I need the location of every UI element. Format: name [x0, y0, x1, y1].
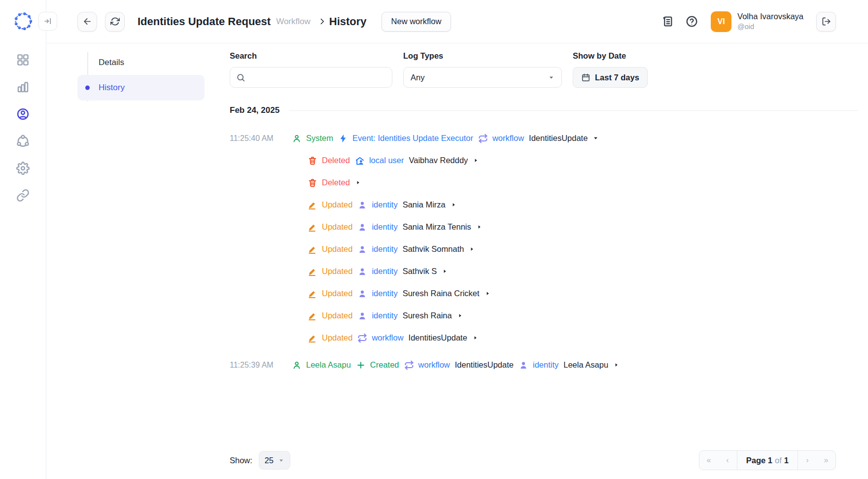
pencil-icon [308, 311, 317, 321]
workflow-icon [478, 134, 488, 143]
sidebar-item-user-circle[interactable] [11, 103, 35, 127]
log-text: Sathvik Somnath [403, 244, 464, 254]
log-text[interactable]: identity [372, 222, 397, 232]
help-button[interactable] [686, 15, 698, 28]
user-handle: @oid [737, 23, 803, 31]
subnav-item-label: Details [99, 58, 124, 68]
collapse-icon [43, 17, 52, 26]
subnav-item-details[interactable]: Details [77, 50, 205, 75]
page-size-value: 25 [265, 456, 274, 465]
caret-right-icon[interactable] [457, 312, 463, 319]
trash-icon [308, 178, 317, 188]
log-text[interactable]: identity [372, 289, 397, 298]
link-icon [16, 189, 30, 204]
log-entry-child-row[interactable]: UpdatedidentitySuresh Raina Cricket [230, 282, 858, 305]
sidebar-item-bar-chart[interactable] [11, 76, 35, 100]
log-text: IdentitiesUpdate [409, 333, 467, 342]
sidebar-item-grid[interactable] [11, 49, 35, 72]
history-panel: Search Log Types Any Show by Date Last 7… [230, 43, 868, 381]
log-text[interactable]: Event: Identities Update Executor [352, 134, 473, 143]
log-entry-row[interactable]: 11:25:40 AMSystemEvent: Identities Updat… [230, 127, 858, 149]
refresh-button[interactable] [105, 12, 125, 32]
caret-right-icon[interactable] [469, 246, 475, 252]
log-text[interactable]: identity [372, 311, 397, 320]
next-page-button[interactable]: › [798, 451, 817, 470]
log-entry-child-row[interactable]: UpdatedidentitySathvik S [230, 260, 858, 282]
calendar-icon [581, 73, 590, 82]
plus-icon [356, 360, 366, 370]
caret-right-icon[interactable] [485, 290, 491, 297]
search-label: Search [230, 51, 392, 61]
user-outline-icon [292, 360, 302, 370]
log-text[interactable]: identity [372, 244, 397, 254]
new-workflow-button[interactable]: New workflow [382, 12, 451, 32]
log-entry-segments: UpdatedidentitySuresh Raina Cricket [308, 289, 495, 299]
refresh-icon [110, 17, 120, 26]
log-types-group: Log Types Any [403, 51, 562, 88]
prev-page-button[interactable]: ‹ [718, 451, 737, 470]
log-text[interactable]: local user [369, 156, 404, 165]
page-size-select[interactable]: 25 [259, 451, 290, 470]
caret-right-icon[interactable] [476, 224, 483, 230]
log-types-select[interactable]: Any [403, 67, 562, 88]
caret-right-icon[interactable] [473, 157, 479, 164]
log-entry-time: 11:25:39 AM [230, 361, 279, 370]
caret-down-icon[interactable] [592, 135, 599, 141]
audit-log-button[interactable] [661, 15, 674, 28]
log-text[interactable]: identity [533, 360, 558, 370]
log-text: Sania Mirza [403, 200, 446, 209]
pagination: « ‹ Page 1 of 1 › » [699, 450, 836, 470]
caret-right-icon[interactable] [355, 179, 361, 186]
identity-icon [519, 360, 528, 370]
grid-icon [16, 53, 30, 68]
caret-right-icon[interactable] [472, 335, 479, 341]
log-entry-child-row[interactable]: UpdatedidentitySania Mirza Tennis [230, 216, 858, 238]
log-text[interactable]: identity [372, 267, 397, 276]
log-text: Leela Asapu [563, 360, 608, 370]
last-page-button[interactable]: » [817, 451, 835, 470]
current-page: Page 1 [746, 456, 772, 465]
log-entry-row[interactable]: 11:25:39 AMLeela AsapuCreatedworkflowIde… [230, 354, 858, 376]
caret-right-icon[interactable] [451, 202, 457, 208]
log-entry-segments: Deleted [308, 178, 366, 188]
workflow-icon [357, 333, 367, 343]
subnav-item-label: History [99, 83, 125, 93]
log-entry-child-row[interactable]: Deleted [230, 171, 858, 194]
log-entry-child-row[interactable]: UpdatedidentitySathvik Somnath [230, 238, 858, 260]
log-text: System [306, 134, 333, 143]
log-entry-segments: UpdatedidentitySania Mirza Tennis [308, 222, 487, 232]
caret-right-icon[interactable] [442, 268, 448, 274]
user-info: Volha Ivarovskaya @oid [737, 12, 803, 31]
subnav-item-history[interactable]: History [77, 75, 205, 101]
log-entry-child-row[interactable]: UpdatedworkflowIdentitiesUpdate [230, 327, 858, 349]
back-button[interactable] [77, 12, 97, 32]
help-icon [686, 15, 698, 28]
log-text[interactable]: workflow [418, 360, 450, 370]
first-page-button[interactable]: « [699, 451, 718, 470]
sidebar-item-link[interactable] [11, 184, 35, 208]
filters: Search Log Types Any Show by Date Last 7… [230, 51, 858, 88]
caret-right-icon[interactable] [613, 362, 620, 368]
breadcrumb: Identities Update Request Workflow Histo… [138, 15, 367, 28]
avatar[interactable]: VI [711, 11, 731, 32]
pencil-icon [308, 244, 317, 254]
log-text: Sania Mirza Tennis [403, 222, 471, 232]
search-input[interactable] [250, 72, 386, 82]
user-circle-icon [16, 107, 30, 122]
log-date: Feb 24, 2025 [230, 105, 279, 115]
sidebar-collapse-button[interactable] [38, 12, 57, 31]
log-entry-segments: UpdatedworkflowIdentitiesUpdate [308, 333, 483, 343]
sidebar-item-gear[interactable] [11, 157, 35, 181]
log-text[interactable]: identity [372, 200, 397, 209]
date-range-button[interactable]: Last 7 days [573, 67, 648, 88]
log-entry-child-row[interactable]: UpdatedidentitySania Mirza [230, 194, 858, 216]
gear-icon [16, 162, 30, 176]
log-text[interactable]: workflow [372, 333, 403, 342]
log-text[interactable]: workflow [492, 134, 524, 143]
pencil-icon [308, 200, 317, 210]
log-text: Vaibhav Redddy [409, 156, 468, 165]
log-entry-child-row[interactable]: Deletedlocal userVaibhav Redddy [230, 149, 858, 171]
logout-button[interactable] [816, 12, 836, 32]
log-entry-child-row[interactable]: UpdatedidentitySuresh Raina [230, 305, 858, 327]
sidebar-item-network[interactable] [11, 130, 35, 154]
